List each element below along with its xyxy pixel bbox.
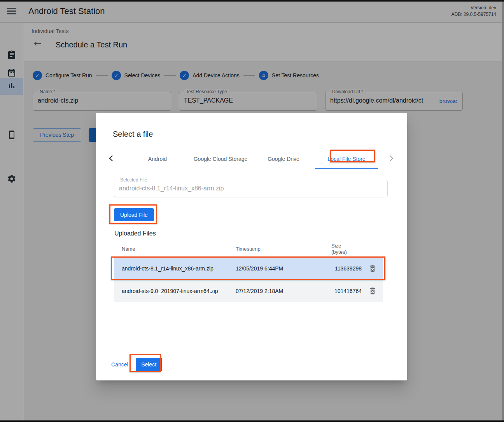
dialog-title: Select a file: [113, 130, 153, 139]
delete-file-button[interactable]: [368, 287, 377, 295]
chevron-left-icon[interactable]: [109, 155, 116, 162]
size-header-line1: Size: [331, 243, 375, 249]
cancel-button[interactable]: Cancel: [111, 361, 128, 368]
tab-google-drive[interactable]: Google Drive: [252, 150, 315, 168]
column-header-timestamp: Timestamp: [236, 241, 331, 257]
window-frame-bottom: [0, 420, 504, 422]
window-frame-top: [0, 0, 504, 2]
size-cell: 113639298: [331, 265, 362, 272]
column-header-name: Name: [114, 241, 236, 257]
selected-file-value: android-cts-8.1_r14-linux_x86-arm.zip: [119, 185, 224, 192]
trash-icon: [368, 268, 377, 274]
upload-file-button[interactable]: Upload File: [114, 208, 154, 221]
timestamp-cell: 12/05/2019 6:44PM: [236, 265, 331, 272]
tab-google-cloud-storage[interactable]: Google Cloud Storage: [189, 150, 252, 168]
tab-android[interactable]: Android: [126, 150, 189, 168]
file-source-tabs: Android Google Cloud Storage Google Driv…: [126, 150, 378, 168]
tab-label: Android: [148, 156, 167, 162]
column-header-size: Size (bytes): [331, 241, 375, 257]
dialog-actions: Cancel Select: [111, 358, 162, 371]
chevron-right-icon[interactable]: [387, 155, 394, 162]
size-cell: 101416764: [331, 288, 362, 294]
selected-file-field[interactable]: Selected File android-cts-8.1_r14-linux_…: [114, 180, 388, 197]
table-row[interactable]: android-sts-9.0_201907-linux-arm64.zip 0…: [114, 280, 383, 302]
table-row[interactable]: android-cts-8.1_r14-linux_x86-arm.zip 12…: [114, 257, 383, 280]
size-header-line2: (bytes): [331, 249, 375, 255]
screenshot-root: Android Test Station Version: dev ADB: 2…: [0, 0, 504, 422]
selected-file-label: Selected File: [118, 177, 149, 183]
tab-label: Local File Store: [327, 156, 365, 162]
tab-local-file-store[interactable]: Local File Store: [315, 150, 378, 168]
delete-file-button[interactable]: [368, 264, 377, 273]
trash-icon: [368, 291, 377, 296]
table-header-row: Name Timestamp Size (bytes): [114, 241, 383, 257]
tab-label: Google Drive: [268, 156, 299, 162]
file-name-cell: android-cts-8.1_r14-linux_x86-arm.zip: [114, 265, 236, 272]
timestamp-cell: 07/12/2019 2:18AM: [236, 288, 331, 294]
tab-label: Google Cloud Storage: [194, 156, 248, 162]
file-source-tabbar: Android Google Cloud Storage Google Driv…: [96, 150, 407, 168]
select-file-dialog: Select a file Android Google Cloud Stora…: [96, 113, 407, 380]
file-name-cell: android-sts-9.0_201907-linux-arm64.zip: [114, 288, 236, 294]
window-frame-right: [502, 0, 504, 422]
uploaded-files-table: Name Timestamp Size (bytes) android-cts-…: [114, 241, 383, 302]
uploaded-files-title: Uploaded Files: [114, 230, 156, 237]
select-button[interactable]: Select: [136, 358, 162, 371]
active-tab-inkbar: [315, 168, 378, 169]
